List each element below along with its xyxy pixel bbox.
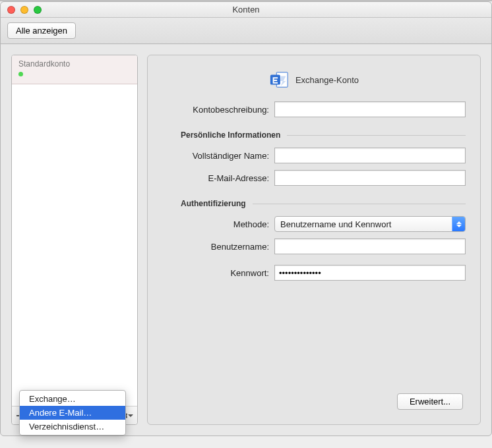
updown-arrows-icon bbox=[452, 217, 465, 231]
titlebar: Konten bbox=[1, 2, 491, 18]
divider bbox=[253, 204, 466, 204]
chevron-down-icon bbox=[128, 413, 133, 418]
auth-method-select[interactable]: Benutzername und Kennwort bbox=[274, 216, 466, 232]
exchange-icon bbox=[269, 70, 289, 90]
show-all-button[interactable]: Alle anzeigen bbox=[7, 22, 76, 39]
account-description-input[interactable] bbox=[274, 101, 466, 117]
label-password: Kennwort: bbox=[162, 268, 274, 278]
account-item-default[interactable]: Standardkonto bbox=[12, 55, 137, 84]
password-input[interactable] bbox=[274, 265, 466, 281]
section-personal-label: Persönliche Informationen bbox=[162, 130, 287, 140]
accounts-window: Konten Alle anzeigen Standardkonto bbox=[0, 1, 492, 436]
status-dot-online bbox=[18, 72, 23, 76]
section-personal-info: Persönliche Informationen bbox=[162, 130, 466, 140]
accounts-list: Standardkonto bbox=[12, 55, 137, 406]
menu-item-other-email[interactable]: Andere E-Mail… bbox=[20, 406, 125, 420]
toolbar: Alle anzeigen bbox=[1, 18, 491, 44]
email-input[interactable] bbox=[274, 170, 466, 186]
add-account-menu: Exchange… Andere E-Mail… Verzeichnisdien… bbox=[19, 390, 126, 435]
account-details-panel: Exchange-Konto Kontobeschreibung: Persön… bbox=[147, 55, 481, 425]
full-name-input[interactable] bbox=[274, 148, 466, 163]
menu-item-exchange[interactable]: Exchange… bbox=[20, 392, 125, 406]
menu-item-directory-service[interactable]: Verzeichnisdienst… bbox=[20, 420, 125, 434]
label-full-name: Vollständiger Name: bbox=[162, 151, 274, 161]
advanced-button[interactable]: Erweitert... bbox=[397, 393, 463, 410]
section-auth-label: Authentifizierung bbox=[162, 199, 253, 208]
account-type-label: Exchange-Konto bbox=[295, 75, 359, 85]
label-description: Kontobeschreibung: bbox=[162, 105, 274, 115]
username-input[interactable] bbox=[274, 238, 466, 254]
section-authentication: Authentifizierung bbox=[162, 199, 466, 208]
window-title: Konten bbox=[1, 5, 491, 14]
account-name-label: Standardkonto bbox=[18, 59, 131, 69]
label-method: Methode: bbox=[162, 219, 274, 229]
sidebar: Standardkonto bbox=[11, 55, 138, 425]
account-type-header: Exchange-Konto bbox=[162, 70, 466, 90]
auth-method-value: Benutzername und Kennwort bbox=[275, 219, 452, 229]
label-username: Benutzername: bbox=[162, 242, 274, 252]
content-area: Standardkonto bbox=[1, 44, 491, 435]
divider bbox=[287, 135, 466, 136]
label-email: E-Mail-Adresse: bbox=[162, 173, 274, 183]
